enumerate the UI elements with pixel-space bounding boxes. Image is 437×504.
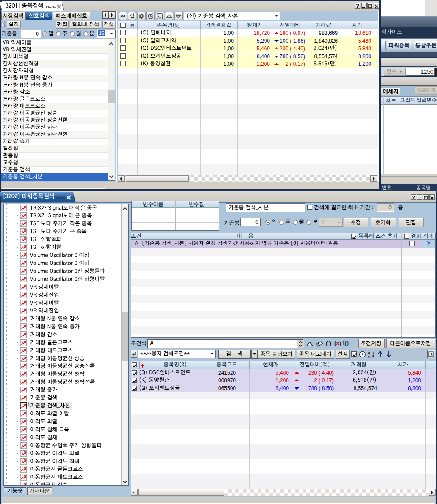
svg-text:A: A	[368, 351, 370, 355]
svg-text:V: V	[368, 355, 370, 358]
